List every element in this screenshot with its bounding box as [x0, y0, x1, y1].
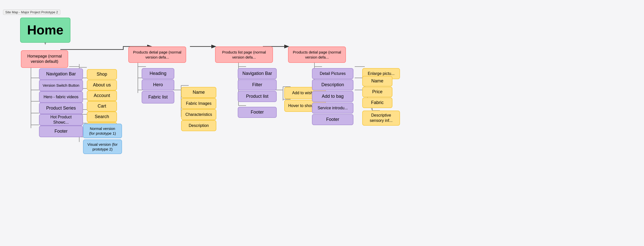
node-product-list-label: Product list: [246, 93, 268, 99]
node-account-label: Account: [94, 93, 110, 99]
node-search-label: Search: [95, 114, 109, 120]
node-search[interactable]: Search: [87, 112, 117, 122]
node-heading[interactable]: Heading: [142, 68, 174, 79]
node-price[interactable]: Price: [362, 87, 392, 97]
node-fabric-list[interactable]: Fabric list: [142, 91, 174, 104]
node-about-us[interactable]: About us: [87, 80, 117, 90]
node-visual-version-label: Visual version (for prototype 2): [87, 142, 118, 152]
node-enlarge-pic-label: Enlarge pictu...: [368, 71, 395, 76]
page-title: Site Map - Major Project Prototype 2: [3, 10, 60, 15]
node-products-list-page-label: Products list page (normal version defa.…: [219, 50, 269, 60]
node-nav-bar-2[interactable]: Navigation Bar: [238, 68, 277, 79]
node-characteristics[interactable]: Characteristics: [181, 109, 216, 120]
node-description-2[interactable]: Description: [312, 79, 353, 90]
node-account[interactable]: Account: [87, 90, 117, 101]
node-products-list-page[interactable]: Products list page (normal version defa.…: [215, 46, 273, 63]
node-product-series-label: Product Series: [46, 105, 76, 111]
node-add-to-bag[interactable]: Add to bag: [312, 91, 353, 102]
node-version-switch-label: Version Switch Button: [43, 83, 79, 88]
node-cart-label: Cart: [98, 103, 106, 109]
node-home-label: Home: [27, 22, 63, 39]
node-shop[interactable]: Shop: [87, 69, 117, 80]
node-description-1[interactable]: Description: [181, 120, 216, 131]
node-heading-label: Heading: [149, 71, 166, 76]
node-name-2[interactable]: Name: [362, 76, 392, 86]
node-products-detail-1[interactable]: Products detial page (normal version def…: [128, 46, 186, 63]
node-product-series[interactable]: Product Series: [39, 103, 83, 114]
node-hot-product[interactable]: Hot Product Showc...: [39, 114, 83, 126]
node-nav-bar-2-label: Navigation Bar: [242, 71, 272, 76]
node-description-2-label: Description: [321, 82, 344, 88]
node-name-1-label: Name: [193, 89, 205, 95]
node-filter[interactable]: Filter: [238, 79, 277, 90]
node-visual-version[interactable]: Visual version (for prototype 2): [83, 139, 122, 154]
node-home[interactable]: Home: [20, 18, 70, 43]
node-add-to-bag-label: Add to bag: [322, 93, 344, 99]
node-detail-pictures[interactable]: Detail Pictures: [312, 68, 353, 79]
node-footer-3[interactable]: Footer: [312, 114, 353, 125]
node-filter-label: Filter: [252, 82, 262, 88]
node-products-detail-2[interactable]: Products detial page (normal version def…: [288, 46, 346, 63]
node-homepage[interactable]: Homepage (normal version default): [21, 50, 68, 68]
node-cart[interactable]: Cart: [87, 101, 117, 112]
node-hero[interactable]: Hero: [142, 79, 174, 90]
node-version-switch[interactable]: Version Switch Button: [39, 80, 83, 91]
node-name-1[interactable]: Name: [181, 87, 216, 98]
node-footer-1-label: Footer: [54, 128, 67, 134]
node-fabric-list-label: Fabric list: [148, 94, 168, 100]
node-detail-pictures-label: Detail Pictures: [320, 71, 346, 76]
node-normal-version[interactable]: Normal version (for prototype 1): [83, 124, 122, 138]
node-normal-version-label: Normal version (for prototype 1): [87, 126, 118, 136]
node-fabric[interactable]: Fabric: [362, 97, 392, 108]
node-fabric-images[interactable]: Fabric Images: [181, 98, 216, 109]
node-description-1-label: Description: [189, 123, 209, 128]
node-name-2-label: Name: [371, 78, 383, 84]
node-nav-bar-1[interactable]: Navigation Bar: [39, 68, 83, 80]
node-characteristics-label: Characteristics: [185, 112, 212, 117]
node-nav-bar-1-label: Navigation Bar: [46, 71, 76, 77]
node-descriptive-sensory-label: Descriptive sensory inf...: [366, 113, 396, 123]
node-price-label: Price: [372, 89, 382, 95]
node-footer-2[interactable]: Footer: [238, 107, 277, 118]
node-fabric-images-label: Fabric Images: [186, 101, 211, 106]
node-hero-label: Hero: [153, 82, 163, 88]
node-descriptive-sensory[interactable]: Descriptive sensory inf...: [362, 111, 400, 126]
node-hot-product-label: Hot Product Showc...: [43, 115, 79, 125]
node-hero-fabric[interactable]: Hero - fabric videos: [39, 91, 83, 103]
node-product-list[interactable]: Product list: [238, 91, 277, 102]
node-service-intro[interactable]: Service introdu...: [312, 103, 353, 114]
node-footer-3-label: Footer: [326, 117, 339, 122]
node-shop-label: Shop: [97, 71, 107, 77]
node-hero-fabric-label: Hero - fabric videos: [44, 94, 78, 100]
node-about-us-label: About us: [93, 82, 111, 88]
node-products-detail-1-label: Products detial page (normal version def…: [132, 50, 183, 60]
node-footer-2-label: Footer: [251, 109, 264, 115]
node-products-detail-2-label: Products detial page (normal version def…: [292, 50, 342, 60]
node-footer-1[interactable]: Footer: [39, 126, 83, 137]
node-fabric-label: Fabric: [371, 100, 384, 106]
node-homepage-label: Homepage (normal version default): [24, 54, 65, 64]
node-service-intro-label: Service introdu...: [317, 106, 348, 111]
